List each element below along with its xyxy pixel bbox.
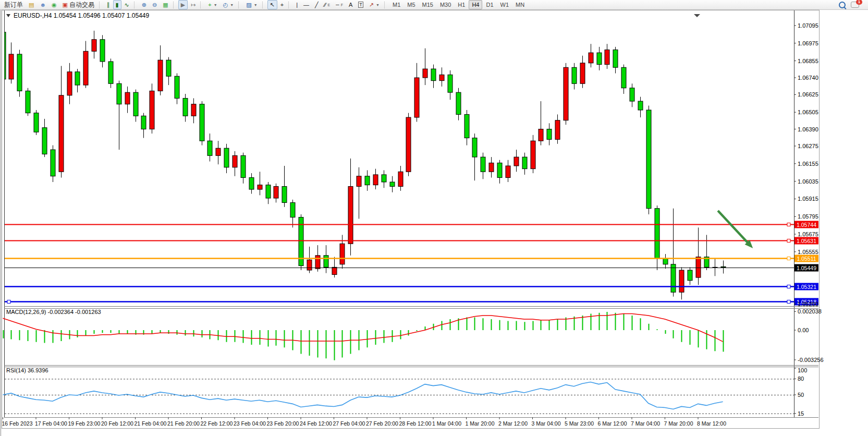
time-label: 8 Mar 12:00 xyxy=(697,420,726,427)
candle xyxy=(307,260,312,270)
price-tick-label: 1.05675 xyxy=(798,231,818,237)
price-badge-label: 1.05321 xyxy=(797,284,816,290)
candle xyxy=(241,155,246,177)
candle xyxy=(92,40,96,52)
candle xyxy=(125,92,130,104)
candle xyxy=(456,92,461,114)
candle xyxy=(431,69,436,81)
candle xyxy=(464,114,469,138)
hline-handle[interactable] xyxy=(787,300,790,304)
time-label: 17 Feb 04:00 xyxy=(35,420,67,427)
candle xyxy=(580,63,585,83)
candle xyxy=(9,54,14,79)
candle xyxy=(42,128,47,154)
price-badge-label: 1.05631 xyxy=(797,238,816,244)
rsi-tick-label: 100 xyxy=(798,367,807,373)
candle xyxy=(564,67,568,120)
time-label: 21 Feb 20:00 xyxy=(167,420,200,427)
candle xyxy=(406,117,411,172)
price-badge-label: 1.05449 xyxy=(797,265,816,271)
candle xyxy=(539,129,543,141)
time-label: 3 Mar 04:00 xyxy=(532,420,561,427)
candle xyxy=(233,155,237,167)
hline-handle[interactable] xyxy=(787,285,790,288)
candle xyxy=(59,95,64,172)
price-tick-label: 1.06855 xyxy=(798,58,818,64)
candle xyxy=(423,69,427,78)
candle xyxy=(26,91,30,113)
price-tick-label: 1.06390 xyxy=(798,126,818,132)
price-tick-label: 1.05200 xyxy=(798,301,818,307)
macd-label: MACD(12,26,9) -0.002364 -0.001263 xyxy=(6,309,101,315)
time-label: 23 Feb 04:00 xyxy=(234,420,266,427)
candle xyxy=(332,267,337,274)
hline-handle[interactable] xyxy=(7,300,10,304)
candle xyxy=(414,78,419,117)
candle xyxy=(315,256,320,269)
candle xyxy=(696,257,701,277)
candle xyxy=(207,141,212,155)
macd-tick-label: 0.00 xyxy=(798,327,809,333)
chart-title: EURUSD-,H4 1.05454 1.05496 1.05407 1.054… xyxy=(14,12,150,19)
candle xyxy=(133,92,138,116)
price-tick-label: 1.06275 xyxy=(798,143,818,149)
candle xyxy=(514,157,519,166)
candle xyxy=(191,104,196,116)
candle xyxy=(721,267,726,267)
candle xyxy=(17,54,22,91)
price-tick-label: 1.06740 xyxy=(798,75,818,81)
candle xyxy=(481,157,485,172)
price-tick-label: 1.06155 xyxy=(798,161,818,167)
price-tick-label: 1.05555 xyxy=(798,249,818,255)
candle xyxy=(589,53,593,63)
time-label: 1 Mar 20:00 xyxy=(466,420,495,427)
rsi-tick-label: 50 xyxy=(798,392,804,398)
candle xyxy=(258,185,262,189)
rsi-tick-label: 80 xyxy=(798,376,804,382)
candle xyxy=(75,72,80,85)
candle xyxy=(266,185,271,198)
candle xyxy=(365,176,370,185)
price-badge-label: 1.05744 xyxy=(797,222,816,228)
price-tick-label: 1.05915 xyxy=(798,196,818,202)
candle xyxy=(522,157,527,169)
candle xyxy=(555,120,560,140)
candle xyxy=(382,175,386,182)
candle xyxy=(67,72,72,95)
candle xyxy=(224,148,229,167)
macd-tick-label: 0.002038 xyxy=(798,308,822,314)
candle xyxy=(83,51,88,85)
candle xyxy=(489,163,494,172)
candle xyxy=(497,163,502,177)
time-label: 7 Mar 20:00 xyxy=(664,420,693,427)
candle xyxy=(249,178,254,190)
hline-handle[interactable] xyxy=(787,239,790,243)
candle xyxy=(100,40,105,62)
candle xyxy=(688,270,692,281)
hline-handle[interactable] xyxy=(787,223,790,226)
time-label: 6 Mar 12:00 xyxy=(598,420,627,427)
candle xyxy=(621,67,626,88)
candle xyxy=(324,256,328,268)
hline-handle[interactable] xyxy=(787,257,790,260)
candle xyxy=(597,53,602,65)
candle xyxy=(282,186,287,202)
time-label: 7 Mar 04:00 xyxy=(631,420,660,427)
price-tick-label: 1.06505 xyxy=(798,109,818,115)
rsi-tick-label: 15 xyxy=(798,410,804,417)
time-label: 28 Feb 12:00 xyxy=(399,420,432,427)
candle xyxy=(572,67,577,83)
time-label: 23 Feb 20:00 xyxy=(267,420,299,427)
candle xyxy=(348,186,353,244)
candle xyxy=(274,186,278,198)
candle xyxy=(613,50,618,67)
candle xyxy=(439,75,444,80)
candle xyxy=(183,98,188,116)
candle xyxy=(630,88,634,101)
candle xyxy=(373,175,378,185)
candle xyxy=(290,202,295,217)
candle xyxy=(34,113,39,132)
candle xyxy=(663,258,668,264)
candle xyxy=(150,91,154,129)
price-tick-label: 1.07095 xyxy=(798,22,818,29)
